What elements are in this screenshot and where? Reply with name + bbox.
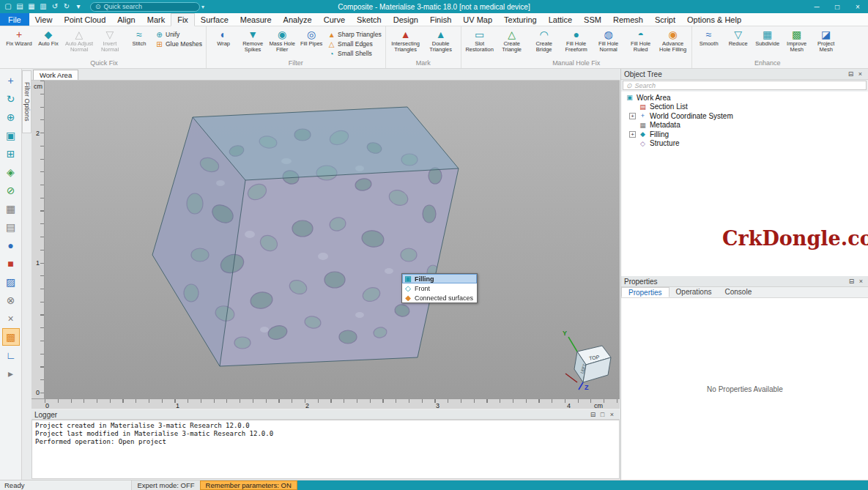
tab-ssm[interactable]: SSM <box>578 13 607 26</box>
context-item-front[interactable]: ◇ Front <box>402 283 477 293</box>
tab-fix[interactable]: Fix <box>171 13 195 26</box>
tab-texturing[interactable]: Texturing <box>498 13 543 26</box>
tab-sketch[interactable]: Sketch <box>351 13 387 26</box>
create-bridge-button[interactable]: ◠ Create Bridge <box>528 27 560 53</box>
minimize-button[interactable]: ─ <box>806 0 827 13</box>
move-tool-button[interactable]: + <box>2 72 20 89</box>
auto-adjust-normal-button[interactable]: △ Auto Adjust Normal <box>63 27 95 53</box>
tab-finish[interactable]: Finish <box>424 13 457 26</box>
delete-tool-button[interactable]: × <box>2 310 20 327</box>
fill-hole-ruled-button[interactable]: ◓ Fill Hole Ruled <box>625 27 657 53</box>
new-document-icon[interactable]: ▢ <box>4 0 12 13</box>
project-mesh-button[interactable]: ◪ Project Mesh <box>812 27 841 53</box>
clipping-tool-button[interactable]: ⊘ <box>2 182 20 199</box>
shaded-mode-button[interactable]: ● <box>2 237 20 254</box>
tab-properties[interactable]: Properties <box>621 287 669 297</box>
wireframe-mode-button[interactable]: ▦ <box>2 200 20 218</box>
tab-console[interactable]: Console <box>719 287 759 297</box>
tab-view[interactable]: View <box>29 13 59 26</box>
improve-mesh-button[interactable]: ▩ Improve Mesh <box>782 27 812 53</box>
create-triangle-button[interactable]: △ Create Triangle <box>496 27 528 53</box>
tab-file[interactable]: File <box>0 13 29 26</box>
fill-hole-freeform-button[interactable]: ● Fill Hole Freeform <box>560 27 593 53</box>
tree-item-structure[interactable]: ◇ Structure <box>621 139 868 149</box>
tab-uv-map[interactable]: UV Map <box>457 13 498 26</box>
work-area-tab[interactable]: Work Area <box>33 70 78 80</box>
pin-icon[interactable]: ⊟ <box>847 278 856 285</box>
cut-tool-button[interactable]: ⊗ <box>2 292 20 309</box>
fill-pipes-button[interactable]: ◎ Fill Pipes <box>297 27 326 47</box>
annotation-tool-button[interactable]: ▩ <box>2 328 20 346</box>
close-button[interactable]: × <box>847 0 868 13</box>
zoom-window-tool-button[interactable]: ▣ <box>2 127 20 144</box>
auto-fix-button[interactable]: ◆ Auto Fix <box>34 27 63 47</box>
remember-parameters-toggle[interactable]: Remember parameters: ON <box>200 480 297 490</box>
pin-icon[interactable]: ⊟ <box>846 70 856 78</box>
tab-surface[interactable]: Surface <box>195 13 234 26</box>
tab-options-help[interactable]: Options & Help <box>681 13 747 26</box>
close-icon[interactable]: × <box>607 411 617 418</box>
context-item-connected-surfaces[interactable]: ◆ Connected surfaces <box>402 293 477 302</box>
small-shells-button[interactable]: ◔ Small Shells <box>327 49 382 58</box>
tree-item-filling[interactable]: + ◆ Filling <box>621 130 868 139</box>
sharp-triangles-button[interactable]: ▲ Sharp Triangles <box>327 30 382 39</box>
quick-search-input[interactable]: ⊙ Quick search <box>90 2 200 12</box>
tab-lattice[interactable]: Lattice <box>543 13 578 26</box>
tab-design[interactable]: Design <box>387 13 424 26</box>
tab-analyze[interactable]: Analyze <box>278 13 318 26</box>
wrap-button[interactable]: ◐ Wrap <box>209 27 238 47</box>
float-icon[interactable]: □ <box>598 411 607 418</box>
fix-wizard-button[interactable]: + Fix Wizard <box>4 27 34 47</box>
quick-access-dropdown-icon[interactable]: ▾ <box>74 0 83 13</box>
undo-icon[interactable]: ↺ <box>51 0 59 13</box>
transparency-mode-button[interactable]: ▨ <box>2 273 20 291</box>
subdivide-button[interactable]: ▦ Subdivide <box>753 27 782 47</box>
tree-item-work-area[interactable]: ▣ Work Area <box>621 93 868 103</box>
tree-item-section-list[interactable]: ▤ Section List <box>621 103 868 112</box>
reduce-button[interactable]: ▽ Reduce <box>724 27 753 47</box>
expand-icon[interactable]: + <box>629 131 636 138</box>
slot-restoration-button[interactable]: ▭ Slot Restoration <box>464 27 496 53</box>
default-views-button[interactable]: ◈ <box>2 163 20 181</box>
small-edges-button[interactable]: △ Small Edges <box>327 40 382 48</box>
navigation-cube[interactable]: Y TOP LEFT Z <box>555 327 618 393</box>
close-icon[interactable]: × <box>856 70 865 78</box>
tab-curve[interactable]: Curve <box>318 13 351 26</box>
zoom-tool-button[interactable]: ⊕ <box>2 108 20 126</box>
tab-point-cloud[interactable]: Point Cloud <box>58 13 111 26</box>
tree-item-world-coordinate-system[interactable]: + + World Coordinate System <box>621 111 868 121</box>
intersecting-triangles-button[interactable]: ▲ Intersecting Triangles <box>388 27 423 53</box>
smooth-button[interactable]: ≈ Smooth <box>694 27 724 47</box>
search-dropdown-icon[interactable]: ▾ <box>201 4 204 10</box>
tab-script[interactable]: Script <box>649 13 681 26</box>
tab-operations[interactable]: Operations <box>669 287 719 297</box>
marked-triangles-button[interactable]: ■ <box>2 255 20 272</box>
remove-spikes-button[interactable]: ▼ Remove Spikes <box>238 27 267 53</box>
expand-toolbar-button[interactable]: ▸ <box>2 365 20 382</box>
redo-icon[interactable]: ↻ <box>62 0 71 13</box>
expert-mode-toggle[interactable]: Expert mode: OFF <box>131 480 199 490</box>
filter-options-tab[interactable]: Filter Options <box>22 70 31 133</box>
pin-icon[interactable]: ⊟ <box>588 411 598 418</box>
stitch-button[interactable]: ≈ Stitch <box>125 27 154 47</box>
advance-hole-filling-button[interactable]: ◉ Advance Hole Filling <box>657 27 689 53</box>
glue-meshes-button[interactable]: ⊞ Glue Meshes <box>155 40 202 48</box>
tab-remesh[interactable]: Remesh <box>607 13 649 26</box>
invert-normal-button[interactable]: ▽ Invert Normal <box>95 27 125 53</box>
zoom-fit-tool-button[interactable]: ⊞ <box>2 145 20 163</box>
tab-measure[interactable]: Measure <box>234 13 278 26</box>
object-tree-search-input[interactable]: ⊙ Search <box>623 81 867 90</box>
expand-icon[interactable]: + <box>629 113 636 119</box>
import-icon[interactable]: ▥ <box>39 0 48 13</box>
close-icon[interactable]: × <box>856 278 866 285</box>
save-icon[interactable]: ▦ <box>27 0 36 13</box>
measure-tool-button[interactable]: ∟ <box>2 346 20 364</box>
open-file-icon[interactable]: ▤ <box>15 0 24 13</box>
rotate-tool-button[interactable]: ↻ <box>2 90 20 108</box>
tree-item-metadata[interactable]: ▦ Metadata <box>621 121 868 130</box>
hidden-line-mode-button[interactable]: ▤ <box>2 218 20 236</box>
mass-hole-filler-button[interactable]: ◉ Mass Hole Filler <box>267 27 297 53</box>
tab-mark[interactable]: Mark <box>141 13 171 26</box>
fill-hole-normal-button[interactable]: ◍ Fill Hole Normal <box>593 27 625 53</box>
tab-align[interactable]: Align <box>111 13 141 26</box>
